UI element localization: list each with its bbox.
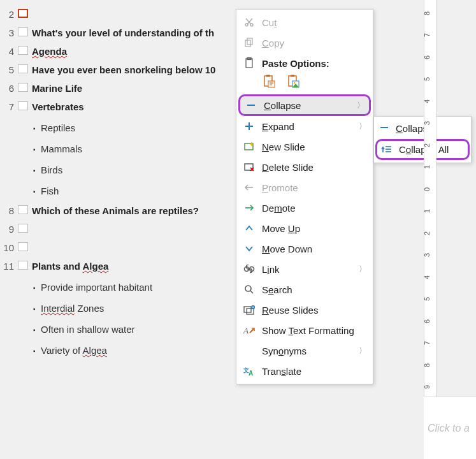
menu-translate[interactable]: 文A Translate	[236, 361, 373, 381]
slide-bullets: Reptiles Mammals Birds Fish	[0, 117, 236, 201]
menu-label: Delete Slide	[262, 162, 314, 173]
outline-slide[interactable]: 3 What's your level of understanding of …	[0, 24, 236, 42]
svg-point-1	[250, 24, 253, 26]
menu-cut[interactable]: Cut	[236, 12, 373, 33]
slide-title[interactable]: Have you ever been snorkeling below 10	[32, 63, 215, 76]
slide-number: 10	[3, 241, 14, 254]
menu-move-up[interactable]: Move Up	[236, 218, 373, 238]
menu-demote[interactable]: Demote	[236, 198, 373, 218]
slide-title[interactable]: Marine Life	[32, 82, 82, 95]
vertical-ruler[interactable]: 8 7 6 5 4 3 2 1 0 1 2 3 4 5 6 7 8 9	[424, 0, 436, 397]
slide-title[interactable]: Agenda	[32, 45, 67, 58]
svg-point-27	[245, 286, 251, 291]
menu-label: New Slide	[262, 142, 305, 152]
ruler-tick: 1	[423, 209, 431, 213]
chevron-right-icon: 〉	[359, 121, 366, 132]
menu-show-text-formatting[interactable]: A Show Text Formatting	[236, 320, 373, 340]
outline-slide[interactable]: 2	[0, 5, 236, 24]
blank-icon	[243, 345, 256, 356]
menu-reuse-slides[interactable]: Reuse Slides	[236, 300, 373, 320]
ruler-tick: 8	[423, 363, 431, 367]
bullet-item[interactable]: Mammals	[41, 138, 236, 159]
ruler-tick: 3	[423, 121, 431, 125]
ruler-tick: 0	[423, 187, 431, 191]
ruler-tick: 7	[423, 33, 431, 37]
outline-slide[interactable]: 8 Which of these Animals are reptiles?	[0, 201, 236, 220]
plus-icon	[243, 120, 256, 132]
arrow-right-icon	[243, 202, 256, 214]
slide-title[interactable]: What's your level of understanding of th	[32, 26, 214, 40]
ruler-tick: 2	[423, 231, 431, 235]
clipboard-icon	[243, 57, 256, 69]
outline-slide[interactable]: 9	[0, 220, 236, 238]
ruler-tick: 4	[423, 99, 431, 103]
menu-collapse[interactable]: Collapse 〉	[238, 94, 371, 116]
ruler-tick: 3	[423, 253, 431, 257]
slide-title[interactable]: Vertebrates	[32, 100, 84, 113]
svg-rect-2	[245, 40, 250, 47]
menu-label: Reuse Slides	[262, 305, 318, 316]
slide-thumb-icon[interactable]	[18, 101, 28, 110]
text-formatting-icon: A	[243, 324, 256, 336]
ruler-tick: 9	[423, 385, 431, 389]
bullet-item[interactable]: Interdial Zones	[41, 298, 236, 319]
outline-slide[interactable]: 11 Plants and Algea	[0, 257, 236, 275]
menu-synonyms[interactable]: Synonyms 〉	[236, 340, 373, 361]
menu-delete-slide[interactable]: Delete Slide	[236, 157, 373, 177]
svg-rect-10	[291, 75, 294, 77]
outline-slide[interactable]: 7 Vertebrates	[0, 98, 236, 116]
svg-text:A: A	[243, 326, 249, 335]
ruler-tick: 4	[423, 275, 431, 279]
slide-title[interactable]: Which of these Animals are reptiles?	[32, 204, 199, 217]
slide-thumb-icon[interactable]	[18, 64, 28, 73]
outline-slide[interactable]: 5 Have you ever been snorkeling below 10	[0, 61, 236, 79]
slide-number: 11	[3, 259, 14, 273]
new-slide-icon	[243, 141, 256, 152]
bullet-item[interactable]: Birds	[41, 159, 236, 180]
menu-label: Search	[262, 284, 292, 295]
menu-copy[interactable]: Copy	[236, 33, 373, 53]
submenu-collapse-all[interactable]: Collapse All	[375, 139, 470, 160]
bullet-item[interactable]: Reptiles	[41, 117, 236, 138]
paste-use-destination-theme-button[interactable]	[262, 74, 277, 89]
slide-canvas-placeholder[interactable]: Click to a	[424, 397, 476, 459]
collapse-all-icon	[381, 143, 393, 156]
link-icon	[243, 263, 256, 275]
slide-thumb-icon[interactable]	[18, 46, 28, 55]
menu-label: Synonyms	[262, 346, 307, 356]
arrow-left-icon	[243, 182, 256, 193]
search-icon	[243, 284, 256, 295]
slide-number: 4	[3, 45, 14, 58]
slide-number: 5	[3, 63, 14, 76]
outline-slide[interactable]: 4 Agenda	[0, 42, 236, 61]
menu-search[interactable]: Search	[236, 279, 373, 300]
paste-picture-button[interactable]	[286, 74, 301, 89]
bullet-item[interactable]: Often in shallow water	[41, 319, 236, 340]
chevron-up-icon	[243, 222, 256, 234]
submenu-collapse[interactable]: Collapse	[374, 119, 471, 138]
menu-promote[interactable]: Promote	[236, 177, 373, 198]
menu-heading: Paste Options:	[262, 58, 366, 69]
slide-thumb-icon[interactable]	[18, 9, 28, 18]
slide-thumb-icon[interactable]	[18, 205, 28, 214]
ruler-tick: 8	[423, 11, 431, 15]
slide-number: 3	[3, 26, 14, 40]
slide-thumb-icon[interactable]	[18, 224, 28, 233]
outline-slide[interactable]: 10	[0, 238, 236, 257]
bullet-item[interactable]: Fish	[41, 180, 236, 201]
slide-thumb-icon[interactable]	[18, 27, 28, 36]
bullet-item[interactable]: Variety of Algea	[41, 340, 236, 361]
menu-new-slide[interactable]: New Slide	[236, 136, 373, 157]
menu-move-down[interactable]: Move Down	[236, 238, 373, 259]
bullet-item[interactable]: Provide important habitant	[41, 277, 236, 298]
translate-icon: 文A	[243, 365, 256, 377]
slide-thumb-icon[interactable]	[18, 261, 28, 270]
slide-thumb-icon[interactable]	[18, 83, 28, 92]
slide-thumb-icon[interactable]	[18, 242, 28, 251]
menu-link[interactable]: Link 〉	[236, 259, 373, 279]
outline-slide[interactable]: 6 Marine Life	[0, 79, 236, 98]
slide-title[interactable]: Plants and Algea	[32, 259, 108, 273]
svg-point-12	[294, 82, 296, 84]
outline-pane: 2 3 What's your level of understanding o…	[0, 0, 236, 459]
menu-expand[interactable]: Expand 〉	[236, 116, 373, 136]
